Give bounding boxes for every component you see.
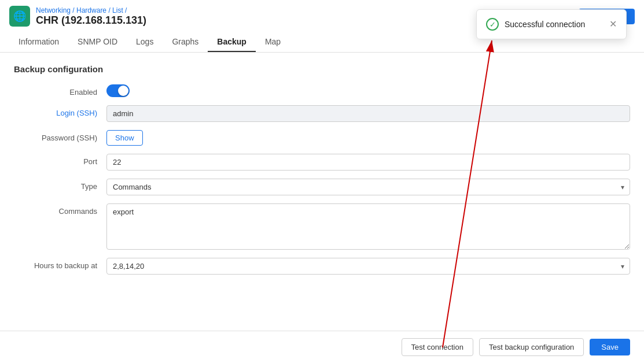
main-content: Backup configuration Enabled Login (SSH)… bbox=[0, 53, 644, 294]
section-title: Backup configuration bbox=[14, 64, 630, 74]
form-row-login: Login (SSH) admin bbox=[14, 105, 630, 122]
label-type: Type bbox=[14, 179, 106, 191]
app-container: 🌐 Networking / Hardware / List / CHR (19… bbox=[0, 0, 644, 363]
tab-information[interactable]: Information bbox=[9, 32, 68, 52]
commands-textarea[interactable]: export bbox=[106, 203, 630, 250]
label-password: Password (SSH) bbox=[14, 130, 106, 142]
tab-snmp-oid[interactable]: SNMP OID bbox=[68, 32, 127, 52]
enabled-toggle[interactable] bbox=[106, 84, 130, 97]
hours-select-wrapper: 2,8,14,20 ▾ bbox=[106, 258, 630, 275]
type-select-wrapper: Commands Full backup Differential ▾ bbox=[106, 179, 630, 195]
save-button[interactable]: Save bbox=[590, 339, 630, 355]
label-hours: Hours to backup at bbox=[14, 258, 106, 270]
tab-map[interactable]: Map bbox=[256, 32, 290, 52]
show-password-button[interactable]: Show bbox=[106, 130, 143, 146]
tab-backup[interactable]: Backup bbox=[208, 32, 256, 52]
label-login: Login (SSH) bbox=[14, 105, 106, 117]
port-input[interactable] bbox=[106, 154, 630, 171]
label-commands: Commands bbox=[14, 203, 106, 216]
password-show-wrapper: Show bbox=[106, 130, 143, 146]
header-info: Networking / Hardware / List / CHR (192.… bbox=[36, 6, 146, 27]
form-row-commands: Commands export bbox=[14, 203, 630, 250]
header-left: 🌐 Networking / Hardware / List / CHR (19… bbox=[9, 6, 146, 27]
breadcrumb: Networking / Hardware / List / bbox=[36, 6, 146, 14]
test-connection-button[interactable]: Test connection bbox=[402, 338, 473, 356]
test-backup-button[interactable]: Test backup configuration bbox=[479, 338, 584, 356]
success-icon: ✓ bbox=[486, 18, 499, 31]
tab-graphs[interactable]: Graphs bbox=[163, 32, 208, 52]
hours-select[interactable]: 2,8,14,20 bbox=[106, 258, 630, 275]
form-row-password: Password (SSH) Show bbox=[14, 130, 630, 146]
notification-close-button[interactable]: ✕ bbox=[609, 20, 617, 29]
toggle-wrapper bbox=[106, 84, 130, 97]
page-title: CHR (192.168.115.131) bbox=[36, 14, 146, 27]
label-enabled: Enabled bbox=[14, 84, 106, 97]
device-icon: 🌐 bbox=[9, 6, 30, 27]
footer: Test connection Test backup configuratio… bbox=[0, 331, 644, 363]
notification-text: Successful connection bbox=[505, 20, 603, 29]
form-row-hours: Hours to backup at 2,8,14,20 ▾ bbox=[14, 258, 630, 275]
notification-popup: ✓ Successful connection ✕ bbox=[476, 9, 627, 39]
tab-logs[interactable]: Logs bbox=[127, 32, 163, 52]
type-select[interactable]: Commands Full backup Differential bbox=[106, 179, 630, 195]
form-row-port: Port bbox=[14, 154, 630, 171]
login-value: admin bbox=[106, 105, 630, 122]
form-row-enabled: Enabled bbox=[14, 84, 630, 97]
toggle-knob bbox=[118, 86, 128, 96]
form-row-type: Type Commands Full backup Differential ▾ bbox=[14, 179, 630, 195]
label-port: Port bbox=[14, 154, 106, 166]
